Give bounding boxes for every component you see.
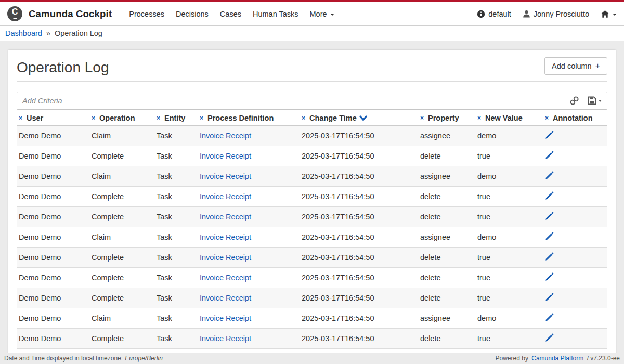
remove-column-icon[interactable]: × bbox=[420, 114, 424, 122]
add-column-label: Add column bbox=[552, 62, 592, 70]
column-header-entity[interactable]: ×Entity bbox=[154, 110, 198, 126]
cell-operation: Complete bbox=[89, 288, 154, 308]
remove-column-icon[interactable]: × bbox=[477, 114, 481, 122]
remove-column-icon[interactable]: × bbox=[92, 114, 95, 122]
table-row: Demo Demo Complete Task Invoice Receipt … bbox=[17, 248, 607, 268]
powered-by-text: Powered by bbox=[496, 355, 528, 362]
caret-down-icon bbox=[599, 100, 602, 102]
column-header-property[interactable]: ×Property bbox=[418, 110, 475, 126]
column-header-operation[interactable]: ×Operation bbox=[89, 110, 154, 126]
pencil-icon bbox=[545, 272, 554, 281]
add-column-button[interactable]: Add column + bbox=[544, 57, 607, 75]
remove-column-icon[interactable]: × bbox=[157, 114, 160, 122]
cell-operation: Claim bbox=[89, 308, 154, 329]
nav-item-decisions[interactable]: Decisions bbox=[170, 10, 214, 18]
edit-annotation-button[interactable] bbox=[545, 252, 554, 263]
process-definition-link[interactable]: Invoice Receipt bbox=[200, 253, 251, 262]
column-header-new-value[interactable]: ×New Value bbox=[475, 110, 543, 126]
table-row: Demo Demo Claim Task Invoice Receipt 202… bbox=[17, 308, 607, 329]
edit-annotation-button[interactable] bbox=[545, 131, 554, 141]
cell-property: delete bbox=[418, 268, 475, 288]
camunda-platform-link[interactable]: Camunda Platform bbox=[531, 355, 583, 362]
cell-entity: Task bbox=[154, 308, 198, 329]
cell-entity: Task bbox=[154, 146, 198, 166]
cell-new-value: true bbox=[475, 288, 543, 308]
column-header-change-time[interactable]: ×Change Time bbox=[300, 110, 418, 126]
cell-change-time: 2025-03-17T16:54:50 bbox=[300, 146, 418, 166]
cell-operation: Complete bbox=[89, 248, 154, 268]
edit-annotation-button[interactable] bbox=[545, 333, 554, 344]
pencil-icon bbox=[545, 191, 554, 200]
breadcrumb-dashboard-link[interactable]: Dashboard bbox=[5, 29, 42, 37]
camunda-logo-icon: C bbox=[7, 6, 22, 21]
cell-user: Demo Demo bbox=[17, 248, 89, 268]
edit-annotation-button[interactable] bbox=[545, 313, 554, 323]
edit-annotation-button[interactable] bbox=[545, 272, 554, 283]
cell-user: Demo Demo bbox=[17, 166, 89, 187]
process-definition-link[interactable]: Invoice Receipt bbox=[200, 314, 251, 322]
cell-entity: Task bbox=[154, 268, 198, 288]
cell-entity: Task bbox=[154, 248, 198, 268]
cell-property: delete bbox=[418, 207, 475, 227]
save-search-button[interactable] bbox=[588, 96, 602, 105]
edit-annotation-button[interactable] bbox=[545, 171, 554, 181]
title-divider bbox=[17, 81, 607, 82]
process-definition-link[interactable]: Invoice Receipt bbox=[200, 172, 251, 180]
remove-column-icon[interactable]: × bbox=[19, 114, 22, 122]
edit-annotation-button[interactable] bbox=[545, 191, 554, 202]
cell-property: assignee bbox=[418, 227, 475, 248]
cell-user: Demo Demo bbox=[17, 146, 89, 166]
column-header-user[interactable]: ×User bbox=[17, 110, 89, 126]
user-menu[interactable]: Jonny Prosciutto bbox=[523, 10, 589, 18]
process-definition-link[interactable]: Invoice Receipt bbox=[200, 334, 251, 343]
edit-annotation-button[interactable] bbox=[545, 151, 554, 161]
cell-property: delete bbox=[418, 329, 475, 349]
process-definition-link[interactable]: Invoice Receipt bbox=[200, 213, 251, 221]
remove-column-icon[interactable]: × bbox=[200, 114, 203, 122]
process-definition-link[interactable]: Invoice Receipt bbox=[200, 233, 251, 241]
brand[interactable]: C Camunda Cockpit bbox=[7, 6, 112, 21]
sort-desc-icon bbox=[359, 115, 367, 121]
column-header-annotation[interactable]: ×Annotation bbox=[543, 110, 607, 126]
edit-annotation-button[interactable] bbox=[545, 232, 554, 242]
cell-user: Demo Demo bbox=[17, 329, 89, 349]
user-icon bbox=[523, 10, 530, 18]
version-text: / v7.23.0-ee bbox=[587, 355, 620, 362]
edit-annotation-button[interactable] bbox=[545, 212, 554, 222]
edit-annotation-button[interactable] bbox=[545, 293, 554, 303]
cell-entity: Task bbox=[154, 126, 198, 146]
search-criteria-input[interactable] bbox=[22, 92, 569, 109]
process-definition-link[interactable]: Invoice Receipt bbox=[200, 152, 251, 160]
process-definition-link[interactable]: Invoice Receipt bbox=[200, 132, 251, 140]
operation-log-rows: Demo Demo Claim Task Invoice Receipt 202… bbox=[17, 126, 607, 364]
criteria-icons bbox=[569, 96, 602, 106]
remove-column-icon[interactable]: × bbox=[302, 114, 305, 122]
process-definition-link[interactable]: Invoice Receipt bbox=[200, 192, 251, 201]
cell-change-time: 2025-03-17T16:54:50 bbox=[300, 166, 418, 187]
cell-operation: Complete bbox=[89, 329, 154, 349]
home-menu[interactable] bbox=[601, 10, 617, 18]
navbar-right: default Jonny Prosciutto bbox=[477, 10, 617, 18]
engine-selector[interactable]: default bbox=[477, 10, 511, 18]
cell-change-time: 2025-03-17T16:54:50 bbox=[300, 187, 418, 207]
pencil-icon bbox=[545, 313, 554, 322]
nav-more-label: More bbox=[310, 10, 327, 18]
cell-user: Demo Demo bbox=[17, 308, 89, 329]
remove-column-icon[interactable]: × bbox=[545, 114, 549, 122]
main-content: Operation Log Add column + bbox=[0, 42, 624, 364]
nav-item-human-tasks[interactable]: Human Tasks bbox=[247, 10, 304, 18]
operation-log-table: ×User ×Operation ×Entity ×Process Defini… bbox=[17, 110, 607, 364]
nav-item-cases[interactable]: Cases bbox=[214, 10, 247, 18]
pencil-icon bbox=[545, 171, 554, 180]
process-definition-link[interactable]: Invoice Receipt bbox=[200, 294, 251, 302]
copy-link-button[interactable] bbox=[569, 96, 579, 106]
cell-change-time: 2025-03-17T16:54:50 bbox=[300, 288, 418, 308]
nav-item-processes[interactable]: Processes bbox=[123, 10, 170, 18]
nav-item-more[interactable]: More bbox=[304, 10, 340, 18]
page-title: Operation Log bbox=[17, 59, 607, 76]
cell-entity: Task bbox=[154, 187, 198, 207]
table-row: Demo Demo Complete Task Invoice Receipt … bbox=[17, 187, 607, 207]
info-icon bbox=[477, 10, 485, 18]
column-header-process-definition[interactable]: ×Process Definition bbox=[198, 110, 300, 126]
process-definition-link[interactable]: Invoice Receipt bbox=[200, 274, 251, 282]
